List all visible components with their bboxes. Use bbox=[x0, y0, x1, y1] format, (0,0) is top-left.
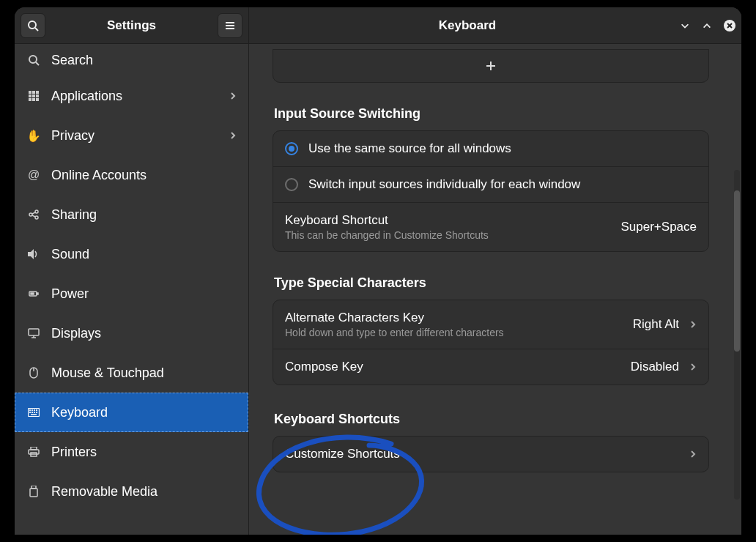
sidebar-item-label: Displays bbox=[51, 326, 237, 341]
sidebar: Search Applications ✋ Privacy @ Online A… bbox=[15, 44, 249, 535]
row-label: Alternate Characters Key bbox=[285, 311, 633, 325]
svg-point-39 bbox=[34, 412, 35, 413]
search-icon bbox=[25, 54, 42, 66]
chevron-right-icon bbox=[689, 362, 697, 372]
radio-row-same-source[interactable]: Use the same source for all windows bbox=[273, 131, 708, 166]
sidebar-title: Settings bbox=[45, 18, 218, 33]
row-customize-shortcuts[interactable]: Customize Shortcuts bbox=[273, 437, 708, 472]
svg-marker-23 bbox=[28, 249, 34, 259]
row-compose-key[interactable]: Compose Key Disabled bbox=[273, 349, 708, 385]
radio-label: Use the same source for all windows bbox=[308, 141, 511, 156]
sidebar-item-sound[interactable]: Sound bbox=[15, 234, 248, 274]
search-icon bbox=[27, 20, 39, 31]
sidebar-item-keyboard[interactable]: Keyboard bbox=[15, 393, 248, 432]
row-value-shortcut: Super+Space bbox=[621, 220, 697, 234]
svg-rect-12 bbox=[29, 94, 32, 97]
usb-icon bbox=[25, 486, 42, 497]
sidebar-item-removable-media[interactable]: Removable Media bbox=[15, 472, 248, 511]
printer-icon bbox=[25, 447, 42, 457]
sidebar-item-search[interactable]: Search bbox=[15, 44, 248, 76]
sidebar-item-mouse-touchpad[interactable]: Mouse & Touchpad bbox=[15, 353, 248, 393]
add-input-source-button[interactable] bbox=[273, 49, 709, 83]
row-alternate-characters-key[interactable]: Alternate Characters Key Hold down and t… bbox=[273, 300, 708, 349]
svg-rect-11 bbox=[36, 91, 39, 94]
row-value: Right Alt bbox=[633, 317, 679, 332]
sidebar-item-printers[interactable]: Printers bbox=[15, 432, 248, 472]
close-icon bbox=[727, 23, 733, 29]
sidebar-item-label: Keyboard bbox=[51, 405, 237, 420]
svg-point-36 bbox=[37, 410, 37, 411]
sidebar-item-label: Sharing bbox=[51, 207, 237, 223]
radio-individual-source[interactable] bbox=[285, 178, 298, 191]
sound-icon bbox=[25, 249, 42, 259]
svg-point-0 bbox=[29, 21, 36, 29]
scrollbar-thumb[interactable] bbox=[734, 190, 740, 352]
chevron-right-icon bbox=[689, 319, 697, 330]
power-icon bbox=[25, 289, 42, 299]
sidebar-item-label: Search bbox=[51, 53, 237, 68]
keyboard-icon bbox=[25, 408, 42, 417]
svg-point-34 bbox=[32, 410, 33, 411]
chevron-up-icon[interactable] bbox=[702, 21, 712, 31]
sidebar-item-power[interactable]: Power bbox=[15, 274, 248, 313]
menu-button[interactable] bbox=[218, 13, 242, 38]
svg-point-18 bbox=[29, 213, 32, 216]
svg-rect-26 bbox=[31, 293, 34, 294]
section-title-special-chars: Type Special Characters bbox=[274, 275, 709, 291]
row-keyboard-shortcut: Keyboard Shortcut This can be changed in… bbox=[273, 202, 708, 251]
svg-point-19 bbox=[35, 210, 38, 213]
sidebar-item-label: Printers bbox=[51, 445, 237, 460]
sidebar-item-label: Privacy bbox=[51, 128, 229, 144]
sidebar-item-label: Removable Media bbox=[51, 484, 237, 500]
svg-point-20 bbox=[35, 216, 38, 219]
sidebar-item-online-accounts[interactable]: @ Online Accounts bbox=[15, 155, 248, 195]
radio-label: Switch input sources individually for ea… bbox=[308, 177, 580, 192]
sidebar-item-label: Applications bbox=[51, 89, 229, 104]
svg-rect-15 bbox=[29, 98, 32, 101]
sidebar-item-applications[interactable]: Applications bbox=[15, 76, 248, 116]
svg-point-37 bbox=[30, 412, 31, 413]
svg-point-33 bbox=[30, 410, 31, 411]
hand-icon: ✋ bbox=[25, 129, 42, 143]
main-panel: Input Source Switching Use the same sour… bbox=[249, 44, 741, 535]
page-title: Keyboard bbox=[255, 18, 680, 33]
hamburger-icon bbox=[224, 20, 236, 31]
section-title-input-switching: Input Source Switching bbox=[274, 106, 709, 122]
display-icon bbox=[25, 328, 42, 338]
svg-point-38 bbox=[32, 412, 33, 413]
row-value: Disabled bbox=[631, 360, 679, 374]
plus-icon bbox=[486, 61, 496, 71]
row-label: Keyboard Shortcut bbox=[285, 213, 621, 228]
mouse-icon bbox=[25, 367, 42, 379]
row-sublabel: Hold down and type to enter different ch… bbox=[285, 327, 633, 338]
sidebar-item-label: Mouse & Touchpad bbox=[51, 365, 237, 381]
row-sublabel: This can be changed in Customize Shortcu… bbox=[285, 229, 621, 241]
radio-row-individual-source[interactable]: Switch input sources individually for ea… bbox=[273, 166, 708, 202]
svg-rect-10 bbox=[32, 91, 35, 94]
chevron-right-icon bbox=[689, 449, 697, 459]
panel-input-switching: Use the same source for all windows Swit… bbox=[273, 130, 709, 252]
chevron-right-icon bbox=[229, 91, 237, 101]
svg-point-40 bbox=[37, 412, 37, 413]
search-button[interactable] bbox=[21, 13, 45, 38]
radio-same-source[interactable] bbox=[285, 142, 298, 155]
share-icon bbox=[25, 209, 42, 220]
grid-icon bbox=[25, 91, 42, 101]
svg-line-1 bbox=[35, 28, 38, 31]
at-icon: @ bbox=[25, 168, 42, 182]
sidebar-item-sharing[interactable]: Sharing bbox=[15, 195, 248, 234]
svg-rect-14 bbox=[36, 94, 39, 97]
svg-rect-43 bbox=[29, 450, 39, 454]
svg-rect-16 bbox=[32, 98, 35, 101]
row-label: Customize Shortcuts bbox=[285, 447, 679, 461]
sidebar-item-label: Power bbox=[51, 286, 237, 302]
chevron-down-icon[interactable] bbox=[680, 21, 690, 31]
sidebar-item-privacy[interactable]: ✋ Privacy bbox=[15, 116, 248, 155]
sidebar-item-displays[interactable]: Displays bbox=[15, 313, 248, 353]
svg-rect-9 bbox=[29, 91, 32, 94]
chevron-right-icon bbox=[229, 130, 237, 141]
section-title-shortcuts: Keyboard Shortcuts bbox=[274, 412, 709, 427]
sidebar-item-label: Online Accounts bbox=[51, 168, 237, 183]
close-button[interactable] bbox=[724, 20, 735, 31]
panel-shortcuts: Customize Shortcuts bbox=[273, 436, 709, 472]
